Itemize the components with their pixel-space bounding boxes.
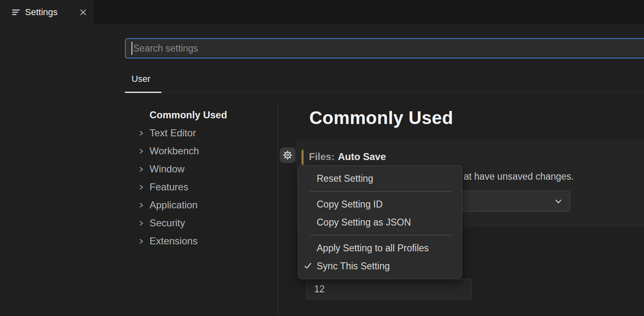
setting-gear-button[interactable] (280, 147, 295, 163)
gear-icon (282, 150, 293, 160)
chevron-right-icon (138, 238, 144, 244)
menu-item-copy-setting-id[interactable]: Copy Setting ID (298, 195, 462, 213)
menu-item-apply-setting-to-all-profiles[interactable]: Apply Setting to all Profiles (298, 239, 462, 257)
chevron-down-icon (554, 197, 563, 206)
toc-item-text-editor[interactable]: Text Editor (131, 124, 274, 142)
settings-tab[interactable]: Settings (0, 0, 95, 25)
tab-title: Settings (25, 7, 58, 18)
font-size-input[interactable] (306, 279, 472, 299)
toc-item-extensions[interactable]: Extensions (131, 232, 274, 250)
setting-description: at have unsaved changes. (464, 171, 574, 182)
page-title: Commonly Used (309, 108, 453, 128)
settings-toc: Commonly Used Text Editor Workbench Wind… (131, 106, 274, 250)
menu-item-sync-this-setting[interactable]: Sync This Setting (298, 257, 462, 275)
text-cursor (132, 42, 132, 55)
toc-item-application[interactable]: Application (131, 196, 274, 214)
settings-editor-icon (11, 8, 20, 17)
checkmark-icon (304, 262, 312, 270)
user-tab-underline (125, 92, 161, 93)
chevron-right-icon (138, 184, 144, 190)
toc-item-features[interactable]: Features (131, 178, 274, 196)
search-box (125, 38, 644, 59)
modified-indicator (302, 150, 304, 165)
chevron-right-icon (138, 130, 144, 136)
menu-item-reset-setting[interactable]: Reset Setting (298, 169, 462, 187)
chevron-right-icon (138, 202, 144, 208)
toc-item-security[interactable]: Security (131, 214, 274, 232)
menu-separator (310, 191, 451, 192)
menu-separator (310, 235, 451, 235)
context-menu: Reset Setting Copy Setting ID Copy Setti… (298, 165, 462, 279)
setting-category: Files: (309, 151, 335, 162)
scope-tabs: User (125, 65, 644, 93)
chevron-spacer (138, 112, 144, 118)
toc-item-workbench[interactable]: Workbench (131, 142, 274, 160)
scope-tab-user[interactable]: User (132, 74, 150, 84)
toc-item-commonly-used[interactable]: Commonly Used (131, 106, 274, 124)
setting-name: Auto Save (338, 151, 386, 162)
chevron-right-icon (138, 220, 144, 226)
close-icon (79, 8, 87, 16)
toc-content-divider (278, 102, 278, 316)
search-input[interactable] (126, 39, 644, 58)
toc-item-window[interactable]: Window (131, 160, 274, 178)
chevron-right-icon (138, 148, 144, 154)
tab-close-button[interactable] (78, 7, 88, 17)
menu-item-copy-setting-as-json[interactable]: Copy Setting as JSON (298, 213, 462, 231)
chevron-right-icon (138, 166, 144, 172)
tab-bar: Settings (0, 0, 644, 25)
setting-title: Files:Auto Save (309, 151, 386, 163)
